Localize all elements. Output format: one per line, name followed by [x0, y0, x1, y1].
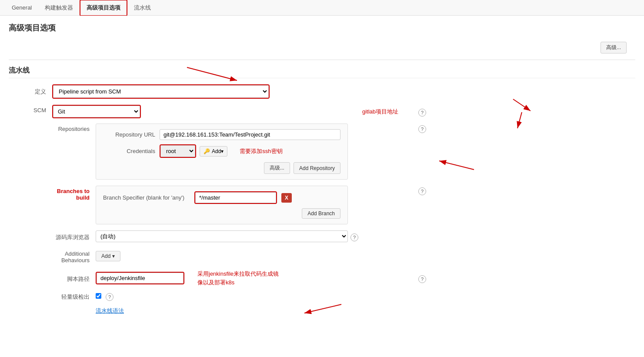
branch-specifier-input[interactable]: [195, 192, 276, 203]
definition-row: 定义 Pipeline script from SCM: [9, 84, 635, 99]
script-path-input[interactable]: [97, 273, 184, 284]
pipeline-syntax-link[interactable]: 流水线语法: [96, 307, 124, 315]
scm-select-box: Git: [52, 105, 141, 118]
lightweight-checkout-checkbox[interactable]: [96, 293, 101, 299]
pipeline-select-wrapper: Pipeline script from SCM: [52, 84, 426, 99]
delete-branch-button[interactable]: X: [281, 193, 292, 203]
additional-behaviours-row: Additional Behaviours Add ▾: [52, 248, 426, 264]
add-credentials-button[interactable]: 🔑 Add▾: [200, 146, 227, 157]
add-repository-button[interactable]: Add Repository: [294, 162, 340, 174]
repositories-content: Repository URL Credentials root: [96, 123, 416, 180]
definition-label: 定义: [9, 88, 52, 96]
branches-section: Branch Specifier (blank for 'any') X Add…: [96, 186, 348, 224]
repo-section: Repository URL Credentials root: [96, 123, 348, 180]
branches-row: Branches to build Branch Specifier (blan…: [52, 186, 426, 224]
source-browser-label: 源码库浏览器: [52, 231, 96, 241]
repo-url-label: Repository URL: [103, 131, 160, 138]
page-title: 高级项目选项: [9, 23, 635, 33]
repo-footer: 高级... Add Repository: [103, 162, 340, 174]
source-browser-content: (自动): [96, 230, 348, 242]
script-path-box: [96, 272, 184, 284]
credentials-select-box: root: [160, 144, 196, 158]
branch-input-box: [194, 191, 277, 204]
repo-url-row: Repository URL: [103, 129, 340, 140]
pipeline-section-title: 流水线: [9, 66, 635, 78]
script-path-label: 脚本路径: [52, 273, 96, 283]
top-navigation: General 构建触发器 高级项目选项 流水线: [0, 0, 644, 16]
nav-item-advanced-options[interactable]: 高级项目选项: [80, 0, 127, 16]
branch-footer: Add Branch: [103, 208, 340, 219]
additional-behaviours-label: Additional Behaviours: [52, 248, 96, 264]
lightweight-checkout-row: 轻量级检出 ?: [52, 291, 426, 301]
script-path-row: 脚本路径 采用jenkinsfile来拉取代码生成镜像以及部署k8s ?: [52, 270, 426, 287]
repo-url-input[interactable]: [160, 129, 340, 140]
add-branch-button[interactable]: Add Branch: [302, 208, 340, 219]
lightweight-checkout-label: 轻量级检出: [52, 291, 96, 301]
lightweight-checkout-help-icon[interactable]: ?: [106, 293, 113, 301]
repositories-label: Repositories: [52, 123, 96, 132]
scm-select-row: Git gitlab项目地址 ?: [52, 105, 426, 118]
nav-item-general[interactable]: General: [5, 0, 38, 15]
nav-item-pipeline[interactable]: 流水线: [127, 0, 157, 16]
branch-specifier-label: Branch Specifier (blank for 'any'): [103, 194, 190, 201]
scm-row: SCM Git gitlab项目地址 ?: [9, 105, 635, 315]
credentials-row: Credentials root 🔑 Ad: [103, 144, 340, 158]
key-icon: 🔑: [204, 148, 210, 154]
source-browser-select[interactable]: (自动): [96, 230, 348, 242]
dropdown-icon: ▾: [112, 253, 115, 259]
branch-specifier-row: Branch Specifier (blank for 'any') X: [103, 191, 340, 204]
scm-content: Git gitlab项目地址 ? Repositories: [52, 105, 426, 315]
branches-help-icon[interactable]: ?: [418, 187, 426, 195]
ssh-note: 需要添加ssh密钥: [240, 147, 282, 155]
nav-item-build-triggers[interactable]: 构建触发器: [38, 0, 80, 16]
repositories-help-icon[interactable]: ?: [418, 125, 426, 133]
pipeline-syntax-row: 流水线语法: [52, 307, 426, 315]
branches-content: Branch Specifier (blank for 'any') X Add…: [96, 186, 416, 224]
scm-label: SCM: [9, 105, 52, 113]
gitlab-hint-area: gitlab项目地址: [141, 108, 416, 116]
advanced-button-row: 高级...: [9, 42, 635, 53]
repositories-row: Repositories Repository URL Credentials: [52, 123, 426, 180]
credentials-label: Credentials: [103, 148, 160, 154]
gitlab-hint: gitlab项目地址: [362, 108, 398, 115]
advanced-button[interactable]: 高级...: [601, 42, 627, 53]
credentials-select[interactable]: root: [160, 145, 195, 157]
page-content: 高级项目选项 高级... 流水线 定义 Pipeline script from…: [0, 16, 644, 357]
add-behaviour-button[interactable]: Add ▾: [96, 251, 120, 261]
source-browser-help-icon[interactable]: ?: [350, 234, 358, 241]
jenkinsfile-note: 采用jenkinsfile来拉取代码生成镜像以及部署k8s: [197, 270, 279, 287]
definition-select[interactable]: Pipeline script from SCM: [53, 85, 269, 98]
scm-help-icon[interactable]: ?: [418, 109, 426, 117]
branches-label: Branches to build: [52, 186, 96, 201]
scm-select[interactable]: Git: [53, 106, 140, 117]
additional-behaviours-content: Add ▾: [96, 251, 120, 261]
advanced-repo-button[interactable]: 高级...: [264, 162, 290, 174]
script-path-help-icon[interactable]: ?: [418, 275, 426, 283]
credentials-controls: root 🔑 Add▾ 需要添加ssh密钥: [160, 144, 283, 158]
source-browser-row: 源码库浏览器 (自动) ?: [52, 230, 426, 242]
